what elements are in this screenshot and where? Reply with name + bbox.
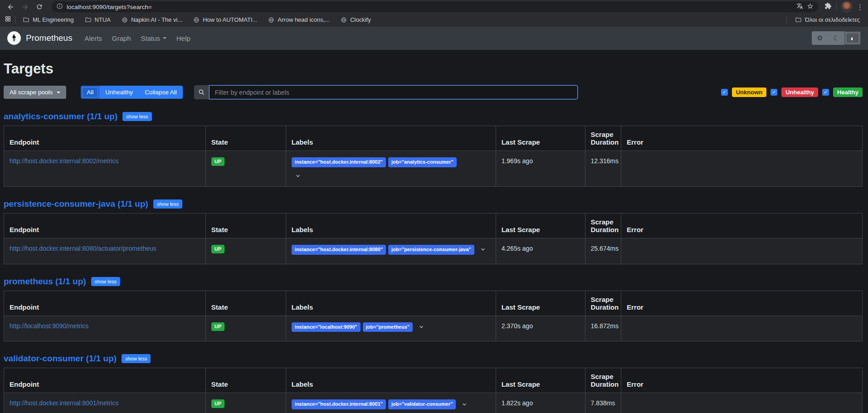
- unknown-checkbox[interactable]: ✓: [721, 89, 728, 96]
- browser-actions: ⋮: [824, 1, 863, 12]
- col-header-state: State: [205, 213, 286, 238]
- back-button[interactable]: [5, 1, 16, 12]
- chevron-down-icon: [57, 92, 60, 93]
- nav-item-help[interactable]: Help: [172, 32, 195, 45]
- targets-table: Endpoint State Labels Last Scrape Scrape…: [4, 126, 863, 187]
- target-group-title[interactable]: persistence-consumer-java (1/1 up): [4, 199, 148, 209]
- filter-search-input[interactable]: [209, 85, 578, 99]
- show-less-button[interactable]: show less: [91, 277, 120, 286]
- col-header-state: State: [205, 368, 286, 393]
- targets-page: Targets All scrape pools All Unhealthy C…: [0, 61, 868, 413]
- show-less-button[interactable]: show less: [122, 354, 151, 363]
- col-header-last-scrape: Last Scrape: [496, 291, 585, 316]
- chevron-down-icon[interactable]: [293, 172, 302, 180]
- col-header-last-scrape: Last Scrape: [496, 213, 585, 238]
- nav-item-graph[interactable]: Graph: [108, 32, 135, 45]
- scrape-pools-dropdown[interactable]: All scrape pools: [4, 86, 66, 99]
- profile-avatar[interactable]: [841, 1, 852, 12]
- unknown-state-badge[interactable]: Unknown: [732, 87, 767, 97]
- error-value: [621, 316, 863, 341]
- filter-unhealthy-button[interactable]: Unhealthy: [99, 86, 139, 99]
- chevron-down-icon[interactable]: [417, 323, 426, 331]
- bookmark-clockify[interactable]: Clockify: [337, 15, 375, 24]
- apps-grid-icon[interactable]: [5, 15, 11, 24]
- folder-icon: [795, 16, 802, 23]
- page-title: Targets: [4, 61, 863, 77]
- target-group-title[interactable]: analytics-consumer (1/1 up): [4, 112, 117, 121]
- col-header-error: Error: [621, 213, 863, 238]
- endpoint-link[interactable]: http://host.docker.internal:8080/actuato…: [10, 245, 156, 252]
- collapse-all-button[interactable]: Collapse All: [139, 86, 183, 99]
- show-less-button[interactable]: show less: [122, 112, 151, 121]
- endpoint-link[interactable]: http://localhost:9090/metrics: [10, 322, 88, 330]
- browser-toolbar: localhost:9090/targets?search= ⋮: [0, 0, 868, 14]
- auto-theme-icon[interactable]: ◐: [844, 31, 861, 45]
- nav-item-status[interactable]: Status: [137, 32, 171, 45]
- unhealthy-state-badge[interactable]: Unhealthy: [781, 87, 818, 97]
- forward-button[interactable]: [19, 1, 31, 12]
- col-header-endpoint: Endpoint: [4, 368, 206, 393]
- scrape-duration-value: 7.838ms: [585, 393, 621, 413]
- theme-toggle-group: ⚙ ☾ ◐: [812, 31, 861, 45]
- nav-links: Alerts Graph Status Help: [80, 32, 194, 45]
- folder-icon: [23, 16, 29, 23]
- unhealthy-checkbox[interactable]: ✓: [770, 89, 777, 96]
- address-bar[interactable]: localhost:9090/targets?search=: [52, 1, 818, 12]
- target-group-title[interactable]: prometheus (1/1 up): [4, 277, 86, 287]
- extensions-icon[interactable]: [824, 2, 832, 11]
- label-badge-job: job="analytics-consumer": [388, 157, 457, 167]
- state-up-badge: UP: [211, 245, 224, 253]
- settings-gear-icon[interactable]: ⚙: [812, 31, 828, 45]
- bookmark-how-to-automate[interactable]: How to AUTOMATI...: [190, 15, 261, 24]
- all-bookmarks-button[interactable]: Όλοι οι σελιδοδείκτες: [791, 15, 863, 24]
- bookmark-arrow-head-icons[interactable]: Arrow head icons,...: [264, 15, 333, 24]
- browser-menu-icon[interactable]: ⋮: [857, 4, 863, 10]
- dark-theme-moon-icon[interactable]: ☾: [828, 31, 844, 45]
- last-scrape-value: 4.265s ago: [496, 238, 585, 264]
- col-header-error: Error: [621, 126, 863, 151]
- state-up-badge: UP: [211, 157, 224, 166]
- search-group: [194, 85, 578, 99]
- nav-item-alerts[interactable]: Alerts: [80, 32, 106, 45]
- reload-button[interactable]: [34, 1, 45, 12]
- col-header-labels: Labels: [286, 126, 496, 151]
- chevron-down-icon[interactable]: [478, 245, 488, 253]
- target-row: http://host.docker.internal:8001/metrics…: [4, 393, 863, 413]
- last-scrape-value: 1.822s ago: [496, 393, 585, 413]
- scrape-duration-value: 25.674ms: [585, 238, 621, 264]
- target-group-title[interactable]: validator-consumer (1/1 up): [4, 354, 117, 364]
- endpoint-link[interactable]: http://host.docker.internal:8001/metrics: [10, 399, 118, 407]
- label-badge-instance: instance="host.docker.internal:8080": [292, 245, 386, 255]
- target-group-section: analytics-consumer (1/1 up) show less En…: [4, 112, 863, 187]
- filter-all-button[interactable]: All: [81, 86, 99, 99]
- globe-favicon-icon: [122, 17, 128, 23]
- translate-icon[interactable]: [796, 3, 803, 11]
- bookmark-ntua[interactable]: NTUA: [81, 15, 114, 24]
- last-scrape-value: 1.969s ago: [496, 151, 585, 187]
- brand-title[interactable]: Prometheus: [26, 33, 72, 43]
- endpoint-link[interactable]: http://host.docker.internal:8002/metrics: [10, 157, 118, 165]
- chevron-down-icon[interactable]: [460, 400, 469, 408]
- bookmark-star-icon[interactable]: [807, 3, 814, 11]
- folder-icon: [85, 16, 92, 23]
- bookmark-ml-engineering[interactable]: ML Engineering: [19, 15, 78, 24]
- bookmarks-bar: ML Engineering NTUA Napkin AI - The vi..…: [0, 14, 868, 26]
- error-value: [621, 238, 863, 264]
- last-scrape-value: 2.370s ago: [496, 316, 585, 341]
- bookmark-napkin-ai[interactable]: Napkin AI - The vi...: [118, 15, 186, 24]
- show-less-button[interactable]: show less: [153, 199, 182, 209]
- url-text[interactable]: localhost:9090/targets?search=: [67, 4, 793, 10]
- globe-favicon-icon: [193, 17, 200, 23]
- prometheus-logo-icon[interactable]: [7, 31, 21, 45]
- col-header-labels: Labels: [286, 213, 496, 238]
- site-info-icon[interactable]: [56, 3, 63, 11]
- label-badge-instance: instance="localhost:9090": [292, 322, 361, 332]
- col-header-state: State: [205, 291, 286, 316]
- healthy-state-badge[interactable]: Healthy: [833, 87, 863, 97]
- col-header-labels: Labels: [286, 368, 496, 393]
- globe-favicon-icon: [268, 17, 274, 23]
- target-group-section: prometheus (1/1 up) show less Endpoint S…: [4, 277, 863, 342]
- chevron-down-icon: [163, 37, 166, 39]
- label-badge-job: job="prometheus": [363, 322, 413, 332]
- healthy-checkbox[interactable]: ✓: [822, 89, 829, 96]
